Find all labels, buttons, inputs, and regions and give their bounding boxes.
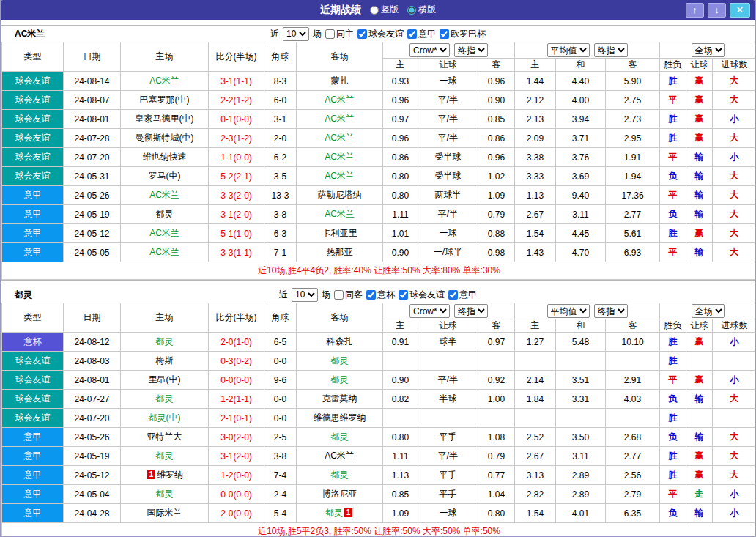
europe-away-odds-cell: 6.35 [606, 504, 660, 523]
layout-radio-vertical[interactable]: 竖版 [370, 4, 399, 16]
handicap-result-cell: 输 [686, 390, 713, 409]
europe-away-odds-cell: 4.03 [606, 390, 660, 409]
competition-filter[interactable]: 意甲 [448, 289, 477, 301]
page-title: 近期战绩 [320, 4, 361, 17]
competition-checkbox[interactable] [440, 29, 449, 39]
europe-home-odds-cell: 1.27 [515, 333, 556, 352]
col-header-score: 比分(半场) [209, 303, 264, 333]
handicap-home-odds-cell: 0.85 [383, 485, 418, 504]
scroll-up-button[interactable]: ↑ [686, 3, 704, 18]
col-header-date: 日期 [64, 42, 121, 72]
europe-time-select[interactable]: 终指 [594, 304, 628, 318]
competition-filter[interactable]: 球会友谊 [357, 28, 404, 40]
match-count-select[interactable]: 10 [292, 288, 318, 302]
score-cell: 2-3(1-2) [209, 129, 264, 148]
europe-draw-odds-cell: 5.48 [556, 333, 606, 352]
handicap-result-cell: 赢 [686, 333, 713, 352]
team-name: 罗马(中) [149, 171, 181, 181]
corners-cell: 2-4 [264, 485, 297, 504]
score-cell: 2-1(0-1) [209, 409, 264, 428]
corners-cell: 0-0 [264, 352, 297, 371]
europe-time-select[interactable]: 终指 [594, 43, 628, 57]
europe-draw-odds-cell: 9.40 [556, 186, 606, 205]
scope-select[interactable]: 全场 [692, 304, 725, 318]
competition-checkbox[interactable] [357, 29, 367, 39]
league-cell: 意甲 [2, 224, 64, 243]
col-header-result: 胜负 [660, 59, 686, 72]
same-venue-checkbox[interactable] [334, 290, 344, 300]
vertical-radio[interactable] [370, 6, 379, 15]
layout-radio-horizontal[interactable]: 横版 [407, 4, 436, 16]
handicap-line-cell: 两球半 [418, 186, 478, 205]
handicap-result-cell: 赢 [686, 91, 713, 110]
scroll-down-button[interactable]: ↓ [708, 3, 726, 18]
handicap-home-odds-cell: 0.96 [383, 91, 418, 110]
handicap-time-select[interactable]: 终指 [454, 304, 488, 318]
europe-source-select[interactable]: 平均值 [547, 43, 590, 57]
handicap-away-odds-cell: 0.98 [478, 243, 515, 262]
score-cell: 3-0(2-0) [209, 428, 264, 447]
close-button[interactable]: ✕ [730, 3, 750, 18]
score-cell: 3-3(1-1) [209, 243, 264, 262]
home-team-cell: 巴塞罗那(中) [121, 91, 209, 110]
europe-source-select[interactable]: 平均值 [547, 304, 590, 318]
goals-result-cell: 小 [713, 371, 756, 390]
date-cell: 24-05-05 [64, 243, 121, 262]
competition-label: 球会友谊 [368, 28, 404, 40]
europe-draw-odds-cell: 4.01 [556, 504, 606, 523]
score-cell: 5-1(1-0) [209, 224, 264, 243]
goals-result-cell: 大 [713, 129, 756, 148]
away-team-cell: AC米兰 [297, 148, 383, 167]
handicap-source-select[interactable]: Crow* [410, 304, 450, 318]
competition-filter[interactable]: 球会友谊 [399, 289, 445, 301]
europe-draw-odds-cell [556, 352, 606, 371]
result-cell: 胜 [660, 129, 686, 148]
handicap-home-odds-cell: 1.09 [383, 504, 418, 523]
competition-checkbox[interactable] [407, 29, 417, 39]
handicap-line-cell: 半球 [418, 390, 478, 409]
competition-checkbox[interactable] [399, 290, 408, 300]
date-cell: 24-07-20 [64, 409, 121, 428]
same-venue-filter[interactable]: 同客 [334, 289, 363, 301]
horizontal-radio[interactable] [407, 6, 416, 15]
europe-draw-odds-cell: 3.11 [556, 447, 606, 466]
score-cell: 1-2(1-1) [209, 390, 264, 409]
corners-cell: 6-5 [264, 333, 297, 352]
handicap-away-odds-cell: 0.86 [478, 129, 515, 148]
scope-select[interactable]: 全场 [692, 43, 725, 57]
home-team-cell: 都灵 [121, 447, 209, 466]
corners-cell: 2-5 [264, 428, 297, 447]
date-cell: 24-08-01 [64, 371, 121, 390]
team-name: 曼彻斯特城(中) [136, 133, 194, 143]
home-team-cell: 梅斯 [121, 352, 209, 371]
corners-cell: 6-0 [264, 91, 297, 110]
europe-away-odds-cell: 2.56 [606, 466, 660, 485]
result-cell: 平 [660, 485, 686, 504]
handicap-source-select[interactable]: Crow* [410, 43, 450, 57]
score-cell: 3-1(2-0) [209, 205, 264, 224]
corners-cell: 6-3 [264, 224, 297, 243]
same-venue-filter[interactable]: 同主 [325, 28, 354, 40]
same-venue-checkbox[interactable] [325, 29, 335, 39]
competition-filter[interactable]: 意杯 [366, 289, 395, 301]
goals-result-cell: 小 [713, 148, 756, 167]
date-cell: 24-05-26 [64, 428, 121, 447]
match-row: 球会友谊24-08-01里昂(中)0-0(0-0)9-6都灵0.90平/半0.9… [2, 371, 756, 390]
competition-checkbox[interactable] [448, 290, 458, 300]
match-count-select[interactable]: 10 [283, 27, 309, 41]
col-header-ah-line: 让球 [418, 59, 478, 72]
corners-cell: 0-0 [264, 409, 297, 428]
team-name: 卡利亚里 [322, 228, 357, 238]
competition-filter[interactable]: 欧罗巴杯 [440, 28, 486, 40]
competition-filter[interactable]: 意甲 [407, 28, 436, 40]
handicap-time-select[interactable]: 终指 [454, 43, 488, 57]
team-name: 都灵 [331, 432, 349, 442]
home-team-cell: 里昂(中) [121, 371, 209, 390]
corners-cell: 7-1 [264, 243, 297, 262]
competition-checkbox[interactable] [366, 290, 376, 300]
same-venue-label: 同主 [336, 28, 354, 40]
handicap-home-odds-cell: 1.13 [383, 466, 418, 485]
handicap-result-cell [686, 352, 713, 371]
handicap-away-odds-cell: 0.96 [478, 148, 515, 167]
date-cell: 24-07-28 [64, 129, 121, 148]
